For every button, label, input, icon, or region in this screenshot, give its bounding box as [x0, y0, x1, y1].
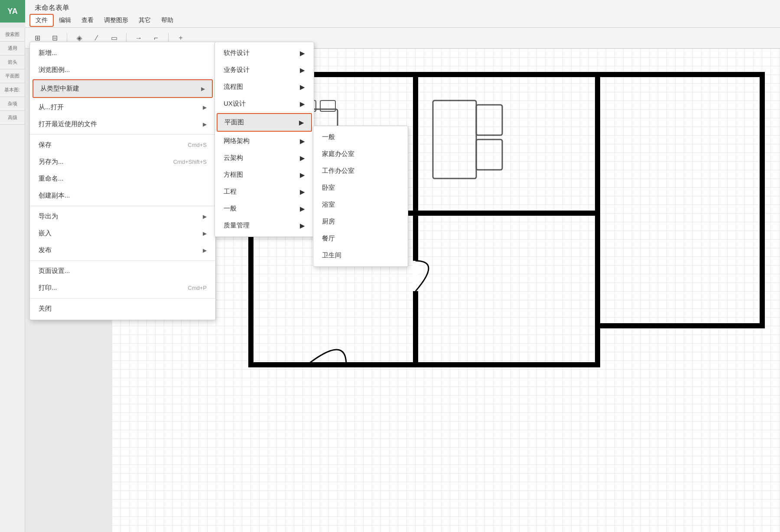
submenu-software[interactable]: 软件设计 ▶: [215, 45, 314, 62]
left-sidebar: 搜索图 通用 箭头 平面图 基本图: 杂项 高级: [0, 28, 25, 532]
svg-rect-2: [598, 75, 762, 326]
menu-print[interactable]: 打印... Cmd+P: [30, 279, 215, 296]
menu-publish[interactable]: 发布 ▶: [30, 242, 215, 259]
floorplan-arrow: ▶: [299, 119, 304, 127]
menu-close[interactable]: 关闭: [30, 300, 215, 317]
publish-arrow: ▶: [203, 247, 207, 253]
floorplan-bathroom[interactable]: 浴室: [313, 196, 408, 213]
submenu-frame[interactable]: 方框图 ▶: [215, 166, 314, 183]
floorplan-work-office[interactable]: 工作办公室: [313, 162, 408, 179]
menu-page-setup[interactable]: 页面设置...: [30, 263, 215, 279]
save-shortcut: Cmd+S: [188, 142, 207, 148]
menu-embed[interactable]: 嵌入 ▶: [30, 225, 215, 242]
print-shortcut: Cmd+P: [188, 285, 207, 291]
submenu-ux[interactable]: UX设计 ▶: [215, 95, 314, 112]
app-logo: YA: [0, 0, 25, 23]
sidebar-arrow[interactable]: 箭头: [0, 55, 25, 69]
menu-item-adjust[interactable]: 调整图形: [99, 15, 133, 26]
submenu-floorplan-types: 一般 家庭办公室 工作办公室 卧室 浴室 厨房 餐厅 卫生间: [313, 126, 408, 267]
separator-1: [30, 134, 215, 135]
menu-export[interactable]: 导出为 ▶: [30, 208, 215, 225]
ux-arrow: ▶: [300, 100, 305, 108]
menu-item-file[interactable]: 文件: [29, 14, 54, 27]
sidebar-advanced[interactable]: 高级: [0, 111, 25, 125]
floorplan-bedroom[interactable]: 卧室: [313, 179, 408, 196]
logo-text: YA: [7, 7, 17, 16]
recent-arrow: ▶: [203, 121, 207, 127]
frame-arrow: ▶: [300, 171, 305, 179]
menu-bar: 文件 编辑 查看 调整图形 其它 帮助: [25, 13, 780, 28]
menu-browse[interactable]: 浏览图例...: [30, 62, 215, 78]
floorplan-restroom[interactable]: 卫生间: [313, 247, 408, 264]
menu-item-view[interactable]: 查看: [76, 15, 99, 26]
flowchart-arrow: ▶: [300, 83, 305, 91]
new-from-type-arrow: ▶: [201, 86, 205, 92]
page-title: 未命名表单: [35, 3, 69, 13]
save-as-shortcut: Cmd+Shift+S: [173, 159, 207, 165]
floorplan-general[interactable]: 一般: [313, 129, 408, 146]
sidebar-floorplan[interactable]: 平面图: [0, 69, 25, 83]
menu-item-edit[interactable]: 编辑: [54, 15, 76, 26]
submenu-quality[interactable]: 质量管理 ▶: [215, 217, 314, 234]
software-arrow: ▶: [300, 49, 305, 57]
app-container: YA 未命名表单 文件 编辑 查看 调整图形 其它 帮助 ⊞ ⊟ ◈ ∕ ▭ →…: [0, 0, 780, 532]
quality-arrow: ▶: [300, 222, 305, 230]
cloud-arrow: ▶: [300, 154, 305, 162]
svg-rect-13: [433, 101, 476, 178]
submenu-cloud[interactable]: 云架构 ▶: [215, 149, 314, 166]
submenu-flowchart[interactable]: 流程图 ▶: [215, 78, 314, 95]
embed-arrow: ▶: [203, 230, 207, 237]
submenu-general[interactable]: 一般 ▶: [215, 200, 314, 217]
submenu-business[interactable]: 业务设计 ▶: [215, 62, 314, 78]
floorplan-kitchen[interactable]: 厨房: [313, 213, 408, 230]
floorplan-dining[interactable]: 餐厅: [313, 230, 408, 247]
svg-rect-1: [416, 75, 598, 213]
menu-item-help[interactable]: 帮助: [156, 15, 179, 26]
menu-item-other[interactable]: 其它: [133, 15, 156, 26]
menu-duplicate[interactable]: 创建副本...: [30, 187, 215, 204]
submenu-categories: 软件设计 ▶ 业务设计 ▶ 流程图 ▶ UX设计 ▶ 平面图 ▶ 网络架构 ▶: [214, 42, 314, 237]
menu-new[interactable]: 新增...: [30, 45, 215, 62]
menu-save[interactable]: 保存 Cmd+S: [30, 136, 215, 153]
sidebar-basic[interactable]: 基本图:: [0, 83, 25, 97]
menu-rename[interactable]: 重命名...: [30, 170, 215, 187]
sidebar-search[interactable]: 搜索图: [0, 28, 25, 42]
file-dropdown-menu: 新增... 浏览图例... 从类型中新建 ▶ 从...打开 ▶ 打开最近使用的文…: [29, 42, 216, 320]
menu-recent[interactable]: 打开最近使用的文件 ▶: [30, 116, 215, 133]
engineering-arrow: ▶: [300, 188, 305, 196]
separator-3: [30, 260, 215, 261]
menu-new-from-type[interactable]: 从类型中新建 ▶: [32, 79, 213, 98]
network-arrow: ▶: [300, 137, 305, 145]
svg-rect-14: [476, 105, 502, 135]
separator-2: [30, 206, 215, 206]
menu-save-as[interactable]: 另存为... Cmd+Shift+S: [30, 153, 215, 170]
menu-open-from[interactable]: 从...打开 ▶: [30, 99, 215, 116]
export-arrow: ▶: [203, 214, 207, 220]
submenu-engineering[interactable]: 工程 ▶: [215, 183, 314, 200]
open-from-arrow: ▶: [203, 104, 207, 110]
submenu-floorplan[interactable]: 平面图 ▶: [217, 113, 312, 132]
svg-rect-15: [476, 139, 502, 170]
general-arrow: ▶: [300, 205, 305, 213]
floorplan-home-office[interactable]: 家庭办公室: [313, 146, 408, 162]
submenu-network[interactable]: 网络架构 ▶: [215, 133, 314, 149]
business-arrow: ▶: [300, 66, 305, 74]
sidebar-general[interactable]: 通用: [0, 42, 25, 55]
separator-4: [30, 298, 215, 298]
sidebar-misc[interactable]: 杂项: [0, 97, 25, 111]
